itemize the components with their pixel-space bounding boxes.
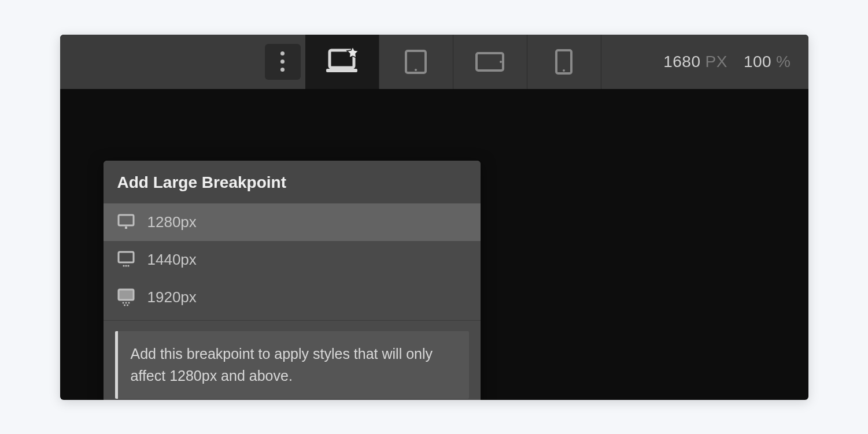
svg-point-19 (127, 304, 128, 306)
laptop-star-icon (324, 47, 360, 77)
app-window: 1680 PX 100 % Add Large Breakpoint 1280p… (60, 35, 808, 400)
tablet-icon (403, 49, 429, 75)
svg-point-7 (563, 69, 565, 72)
canvas-area: Add Large Breakpoint 1280px 1440px (60, 89, 808, 400)
svg-point-12 (125, 265, 127, 266)
tablet-landscape-breakpoint-button[interactable] (453, 35, 527, 89)
phone-breakpoint-button[interactable] (527, 35, 601, 89)
svg-rect-9 (125, 227, 127, 229)
breakpoint-toolbar: 1680 PX 100 % (60, 35, 808, 89)
svg-point-13 (127, 265, 129, 266)
viewport-width-unit: PX (706, 53, 727, 71)
svg-rect-1 (326, 69, 357, 72)
dropdown-title: Add Large Breakpoint (104, 161, 481, 203)
tablet-landscape-icon (475, 50, 505, 73)
breakpoint-label: 1440px (147, 251, 197, 269)
device-switcher (265, 35, 601, 89)
zoom-value[interactable]: 100 (744, 53, 771, 71)
add-breakpoint-dropdown: Add Large Breakpoint 1280px 1440px (104, 161, 481, 400)
svg-point-18 (124, 304, 125, 306)
breakpoint-option-1920[interactable]: 1920px (104, 279, 481, 317)
viewport-width-value[interactable]: 1680 (663, 53, 700, 71)
svg-point-15 (122, 302, 124, 303)
more-options-button[interactable] (265, 44, 301, 80)
breakpoint-label: 1280px (147, 213, 197, 231)
breakpoint-option-1440[interactable]: 1440px (104, 241, 481, 279)
svg-point-5 (500, 61, 502, 63)
monitor-icon (117, 214, 135, 230)
breakpoint-hint: Add this breakpoint to apply styles that… (115, 331, 469, 399)
svg-point-16 (125, 302, 127, 303)
desktop-breakpoint-button[interactable] (305, 35, 379, 89)
monitor-medium-icon (117, 251, 135, 268)
zoom-unit: % (776, 53, 791, 71)
svg-point-17 (128, 302, 130, 303)
divider (104, 320, 481, 321)
viewport-readout: 1680 PX 100 % (663, 53, 791, 71)
svg-rect-14 (119, 290, 134, 300)
tablet-breakpoint-button[interactable] (379, 35, 453, 89)
breakpoint-label: 1920px (147, 288, 197, 306)
svg-point-3 (415, 69, 417, 71)
svg-point-11 (123, 265, 124, 266)
breakpoint-option-1280[interactable]: 1280px (104, 203, 481, 241)
kebab-icon (280, 51, 285, 72)
svg-rect-4 (477, 53, 503, 71)
svg-rect-10 (119, 252, 134, 262)
svg-rect-8 (119, 215, 134, 225)
monitor-large-icon (117, 288, 135, 307)
phone-icon (554, 49, 574, 75)
